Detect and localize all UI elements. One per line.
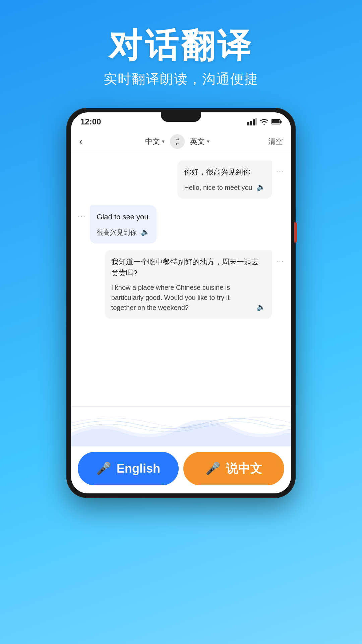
speaker-icon-3[interactable]: 🔈 bbox=[256, 302, 265, 313]
phone-wrapper: 12:00 bbox=[0, 108, 362, 497]
back-button[interactable]: ‹ bbox=[79, 133, 86, 150]
speaker-icon-1[interactable]: 🔈 bbox=[256, 181, 265, 193]
message-1-original: 你好，很高兴见到你 bbox=[184, 166, 265, 177]
message-3-translated-text: I know a place where Chinese cuisine is … bbox=[111, 282, 252, 313]
phone-side-button bbox=[294, 222, 297, 243]
message-3: 我知道一个吃中餐特别好的地方，周末一起去尝尝吗? I know a place … bbox=[78, 250, 284, 319]
message-2: ··· Glad to see you 很高兴见到你 🔈 bbox=[78, 205, 284, 244]
bubble-content-right-1: 你好，很高兴见到你 Hello, nice to meet you 🔈 bbox=[177, 160, 272, 199]
message-1-translated-text: Hello, nice to meet you bbox=[184, 182, 252, 193]
english-speak-button[interactable]: 🎤 English bbox=[78, 452, 179, 485]
more-options-2[interactable]: ··· bbox=[78, 205, 86, 221]
phone-screen: 12:00 bbox=[71, 112, 291, 493]
wave-decoration bbox=[71, 406, 291, 446]
message-2-translated: 很高兴见到你 🔈 bbox=[97, 226, 150, 237]
signal-icon bbox=[247, 118, 257, 125]
lang-selector: 中文 ▾ 英文 ▾ bbox=[86, 134, 268, 149]
phone-notch bbox=[161, 112, 201, 122]
header-section: 对话翻译 实时翻译朗读，沟通便捷 bbox=[0, 0, 362, 102]
main-title: 对话翻译 bbox=[0, 27, 362, 64]
svg-rect-0 bbox=[247, 122, 249, 125]
lang-left-selector[interactable]: 中文 ▾ bbox=[145, 137, 165, 147]
nav-bar: ‹ 中文 ▾ 英文 ▾ bbox=[71, 131, 291, 152]
svg-rect-5 bbox=[281, 121, 282, 123]
chinese-speak-button[interactable]: 🎤 说中文 bbox=[183, 452, 284, 485]
status-icons bbox=[247, 118, 282, 125]
bubble-content-right-3: 我知道一个吃中餐特别好的地方，周末一起去尝尝吗? I know a place … bbox=[105, 250, 272, 319]
message-2-translated-text: 很高兴见到你 bbox=[97, 227, 137, 237]
message-3-original: 我知道一个吃中餐特别好的地方，周末一起去尝尝吗? bbox=[111, 256, 265, 278]
message-1-translated: Hello, nice to meet you 🔈 bbox=[184, 181, 265, 193]
swap-button[interactable] bbox=[170, 134, 185, 149]
message-3-translated: I know a place where Chinese cuisine is … bbox=[111, 282, 265, 313]
bottom-buttons-container: 🎤 English 🎤 说中文 bbox=[71, 446, 291, 493]
phone-frame: 12:00 bbox=[67, 108, 295, 497]
svg-rect-2 bbox=[253, 119, 255, 125]
chevron-down-icon-right: ▾ bbox=[207, 138, 209, 145]
english-button-label: English bbox=[117, 462, 160, 476]
message-1: 你好，很高兴见到你 Hello, nice to meet you 🔈 ··· bbox=[78, 160, 284, 199]
battery-icon bbox=[272, 119, 282, 125]
svg-rect-3 bbox=[255, 118, 257, 125]
status-time: 12:00 bbox=[80, 117, 101, 126]
lang-right-label: 英文 bbox=[190, 137, 205, 147]
svg-rect-6 bbox=[272, 120, 280, 123]
mic-icon-english: 🎤 bbox=[96, 462, 111, 476]
clear-button[interactable]: 清空 bbox=[268, 137, 283, 147]
chinese-button-label: 说中文 bbox=[226, 461, 262, 477]
bubble-content-left-2: Glad to see you 很高兴见到你 🔈 bbox=[90, 205, 157, 244]
more-options-1[interactable]: ··· bbox=[276, 160, 284, 176]
more-options-3[interactable]: ··· bbox=[276, 250, 284, 266]
svg-rect-1 bbox=[250, 121, 252, 125]
lang-left-label: 中文 bbox=[145, 137, 160, 147]
wifi-icon bbox=[259, 118, 269, 125]
message-2-original: Glad to see you bbox=[97, 211, 150, 222]
sub-title: 实时翻译朗读，沟通便捷 bbox=[0, 70, 362, 88]
lang-right-selector[interactable]: 英文 ▾ bbox=[190, 137, 209, 147]
mic-icon-chinese: 🎤 bbox=[205, 462, 221, 476]
speaker-icon-2[interactable]: 🔈 bbox=[141, 226, 150, 237]
chevron-down-icon-left: ▾ bbox=[162, 138, 165, 145]
chat-area: 你好，很高兴见到你 Hello, nice to meet you 🔈 ··· … bbox=[71, 152, 291, 406]
